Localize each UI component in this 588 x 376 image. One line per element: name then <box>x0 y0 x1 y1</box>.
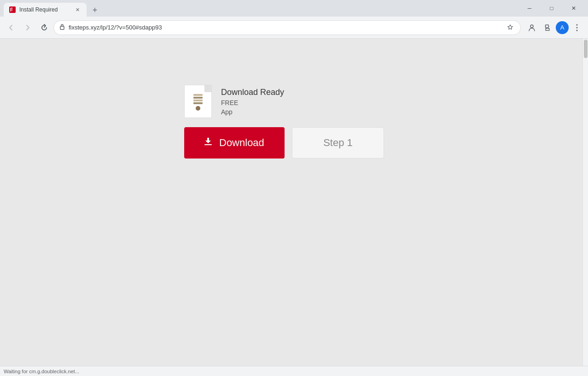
action-buttons: Download Step 1 <box>184 127 384 159</box>
window-controls: ─ □ ✕ <box>519 1 584 16</box>
zip-stripe-3 <box>193 100 203 101</box>
card-header: Download Ready FREE App <box>184 85 384 118</box>
step1-button[interactable]: Step 1 <box>292 127 384 159</box>
tab-close-button[interactable]: ✕ <box>74 6 81 13</box>
svg-point-6 <box>576 29 578 31</box>
status-bar: Waiting for cm.g.doubleclick.net... <box>0 366 588 376</box>
extensions-puzzle-icon[interactable] <box>540 20 555 35</box>
back-button[interactable] <box>4 20 18 35</box>
tab-title: Install Required <box>19 6 70 13</box>
forward-button[interactable] <box>20 20 35 35</box>
zip-dot <box>196 106 200 111</box>
file-icon <box>184 85 212 118</box>
chrome-menu-button[interactable] <box>570 20 584 35</box>
bookmark-star-icon[interactable] <box>506 23 515 32</box>
zip-stripe-4 <box>193 102 203 104</box>
zip-icon-inner <box>193 94 203 111</box>
reload-button[interactable] <box>37 20 52 35</box>
svg-rect-7 <box>204 144 212 145</box>
page-content: Download Ready FREE App Download <box>0 39 588 366</box>
navigation-bar: fixsteps.xyz/lp/12/?v=500#sdapp93 <box>0 17 588 39</box>
minimize-button[interactable]: ─ <box>519 1 540 16</box>
svg-text:F: F <box>10 7 13 12</box>
file-label-app: App <box>221 108 284 116</box>
maximize-button[interactable]: □ <box>541 1 562 16</box>
svg-point-3 <box>530 25 533 28</box>
lock-icon <box>59 24 65 31</box>
active-tab[interactable]: F Install Required ✕ <box>4 3 87 17</box>
file-title: Download Ready <box>221 88 284 97</box>
svg-point-5 <box>576 27 578 28</box>
new-tab-button[interactable]: + <box>88 4 101 17</box>
profile-button[interactable]: A <box>556 21 569 34</box>
browser-toolbar-icons: A <box>524 20 584 35</box>
tab-favicon: F <box>9 6 16 13</box>
url-text: fixsteps.xyz/lp/12/?v=500#sdapp93 <box>69 24 502 31</box>
download-icon <box>203 136 214 150</box>
address-bar-icons <box>506 23 515 32</box>
download-button[interactable]: Download <box>184 127 285 159</box>
address-bar[interactable]: fixsteps.xyz/lp/12/?v=500#sdapp93 <box>53 20 521 35</box>
tab-area: F Install Required ✕ + <box>4 0 513 17</box>
browser-window: F Install Required ✕ + ─ □ ✕ <box>0 0 588 376</box>
download-card: Download Ready FREE App Download <box>184 85 384 159</box>
file-label-free: FREE <box>221 99 284 106</box>
status-text: Waiting for cm.g.doubleclick.net... <box>4 369 584 374</box>
step1-button-label: Step 1 <box>323 137 353 148</box>
close-button[interactable]: ✕ <box>563 1 584 16</box>
title-bar: F Install Required ✕ + ─ □ ✕ <box>0 0 588 17</box>
download-button-label: Download <box>219 137 264 149</box>
file-info: Download Ready FREE App <box>221 88 284 116</box>
zip-stripe-2 <box>193 97 203 99</box>
svg-rect-2 <box>60 26 64 29</box>
svg-point-4 <box>576 24 578 25</box>
zip-stripe-1 <box>193 94 203 96</box>
scrollbar-thumb <box>584 40 588 58</box>
right-scrollbar[interactable] <box>582 39 588 366</box>
extensions-person-icon[interactable] <box>524 20 539 35</box>
